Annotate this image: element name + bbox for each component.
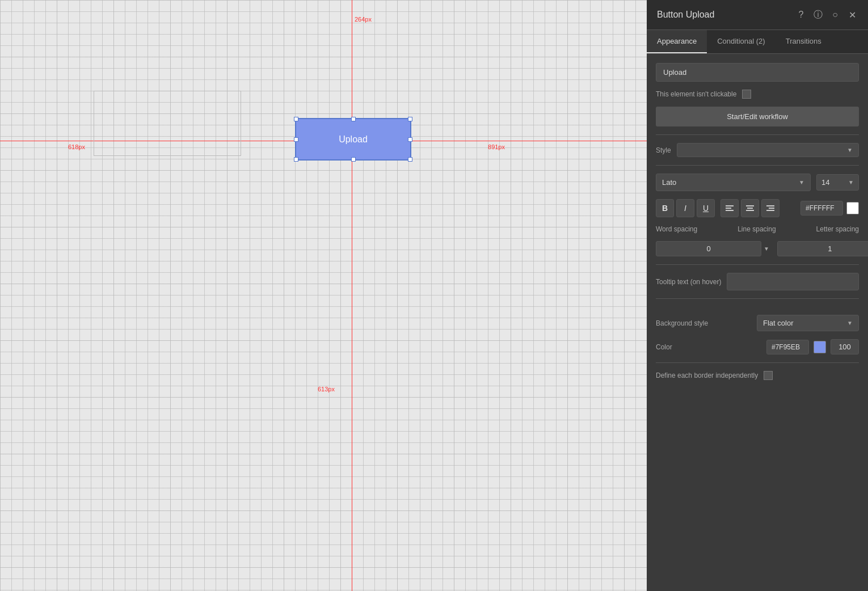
color-value-row: #7F95EB bbox=[766, 339, 859, 354]
info-icon[interactable]: ⓘ bbox=[812, 9, 824, 20]
opacity-input[interactable] bbox=[831, 339, 859, 354]
panel-header: Button Upload ? ⓘ ○ ✕ bbox=[647, 0, 868, 30]
canvas: 264px 618px 891px 613px Upload bbox=[0, 0, 647, 591]
letter-spacing-label: Letter spacing bbox=[816, 225, 859, 233]
color-label: Color bbox=[656, 343, 672, 351]
style-label: Style bbox=[656, 146, 671, 154]
line-spacing-input[interactable] bbox=[777, 241, 868, 256]
right-panel: Button Upload ? ⓘ ○ ✕ Appearance Conditi… bbox=[647, 0, 868, 591]
placeholder-rect bbox=[94, 91, 241, 156]
word-spacing-input[interactable] bbox=[656, 241, 761, 256]
not-clickable-label: This element isn't clickable bbox=[656, 90, 736, 98]
handle-tl[interactable] bbox=[294, 117, 298, 121]
italic-button[interactable]: I bbox=[676, 199, 694, 217]
font-family-value: Lato bbox=[662, 178, 676, 187]
underline-button[interactable]: U bbox=[697, 199, 715, 217]
divider-3 bbox=[656, 264, 859, 265]
handle-mr[interactable] bbox=[408, 137, 412, 142]
divider-2 bbox=[656, 165, 859, 166]
workflow-button[interactable]: Start/Edit workflow bbox=[656, 107, 859, 126]
bg-color-hex[interactable]: #7F95EB bbox=[766, 340, 809, 354]
style-select[interactable]: ▼ bbox=[677, 143, 859, 157]
word-spacing-control: ▼ bbox=[656, 241, 769, 256]
border-checkbox[interactable] bbox=[764, 371, 773, 380]
bg-style-label: Background style bbox=[656, 319, 708, 327]
bg-style-row: Background style Flat color ▼ bbox=[656, 315, 859, 331]
word-spacing-chevron[interactable]: ▼ bbox=[764, 246, 769, 252]
divider-1 bbox=[656, 134, 859, 135]
tooltip-label: Tooltip text (on hover) bbox=[656, 278, 721, 286]
text-color-hex[interactable]: #FFFFFF bbox=[800, 201, 843, 216]
measure-right: 891px bbox=[488, 143, 505, 150]
chat-icon[interactable]: ○ bbox=[829, 9, 841, 20]
bg-style-chevron: ▼ bbox=[847, 320, 853, 326]
handle-bc[interactable] bbox=[351, 157, 356, 162]
font-size-select[interactable]: 14 ▼ bbox=[816, 174, 859, 191]
border-label: Define each border independently bbox=[656, 372, 758, 379]
line-spacing-control: ▼ bbox=[777, 241, 868, 256]
text-style-row: B I U #FFFFFF bbox=[656, 199, 859, 217]
align-center-button[interactable] bbox=[741, 199, 759, 217]
divider-4 bbox=[656, 298, 859, 299]
bg-style-value: Flat color bbox=[763, 319, 793, 327]
canvas-button-label: Upload bbox=[339, 134, 368, 145]
text-format-group: B I U bbox=[656, 199, 715, 217]
border-row: Define each border independently bbox=[656, 371, 859, 380]
align-left-button[interactable] bbox=[720, 199, 739, 217]
spacing-controls-row: ▼ ▼ ▼ bbox=[656, 241, 859, 256]
panel-body: This element isn't clickable Start/Edit … bbox=[647, 54, 868, 389]
close-icon[interactable]: ✕ bbox=[846, 9, 858, 20]
help-icon[interactable]: ? bbox=[795, 9, 807, 20]
measure-bottom: 613px bbox=[318, 386, 335, 392]
text-color-row: #FFFFFF bbox=[800, 201, 859, 216]
text-color-swatch[interactable] bbox=[846, 202, 859, 214]
word-spacing-label: Word spacing bbox=[656, 225, 697, 233]
style-chevron: ▼ bbox=[847, 147, 853, 153]
panel-icons: ? ⓘ ○ ✕ bbox=[795, 9, 858, 20]
guide-vertical bbox=[352, 0, 352, 591]
handle-bl[interactable] bbox=[294, 157, 298, 162]
tab-appearance[interactable]: Appearance bbox=[647, 30, 707, 53]
font-family-select[interactable]: Lato ▼ bbox=[656, 174, 811, 191]
font-size-value: 14 bbox=[821, 178, 829, 187]
measure-left: 618px bbox=[68, 143, 85, 150]
bg-color-swatch[interactable] bbox=[814, 341, 826, 353]
handle-br[interactable] bbox=[408, 157, 412, 162]
bold-button[interactable]: B bbox=[656, 199, 674, 217]
bg-style-select[interactable]: Flat color ▼ bbox=[757, 315, 859, 331]
handle-tr[interactable] bbox=[408, 117, 412, 121]
handle-ml[interactable] bbox=[294, 137, 298, 142]
panel-title: Button Upload bbox=[657, 10, 714, 20]
panel-tabs: Appearance Conditional (2) Transitions bbox=[647, 30, 868, 54]
align-right-button[interactable] bbox=[761, 199, 779, 217]
line-spacing-label: Line spacing bbox=[738, 225, 776, 233]
color-row: Color #7F95EB bbox=[656, 339, 859, 354]
handle-tc[interactable] bbox=[351, 117, 356, 121]
tooltip-row: Tooltip text (on hover) bbox=[656, 273, 859, 290]
divider-5 bbox=[656, 362, 859, 363]
tab-conditional[interactable]: Conditional (2) bbox=[707, 30, 776, 53]
align-group bbox=[720, 199, 779, 217]
canvas-upload-button[interactable]: Upload bbox=[295, 118, 411, 161]
font-family-chevron: ▼ bbox=[799, 179, 804, 185]
spacing-labels-row: Word spacing Line spacing Letter spacing bbox=[656, 225, 859, 233]
element-name-input[interactable] bbox=[656, 63, 859, 82]
tooltip-input[interactable] bbox=[727, 273, 859, 290]
font-row: Lato ▼ 14 ▼ bbox=[656, 174, 859, 191]
style-row: Style ▼ bbox=[656, 143, 859, 157]
not-clickable-row: This element isn't clickable bbox=[656, 90, 859, 99]
not-clickable-checkbox[interactable] bbox=[742, 90, 751, 99]
measure-top: 264px bbox=[355, 16, 372, 23]
tab-transitions[interactable]: Transitions bbox=[776, 30, 832, 53]
font-size-chevron: ▼ bbox=[848, 179, 854, 185]
